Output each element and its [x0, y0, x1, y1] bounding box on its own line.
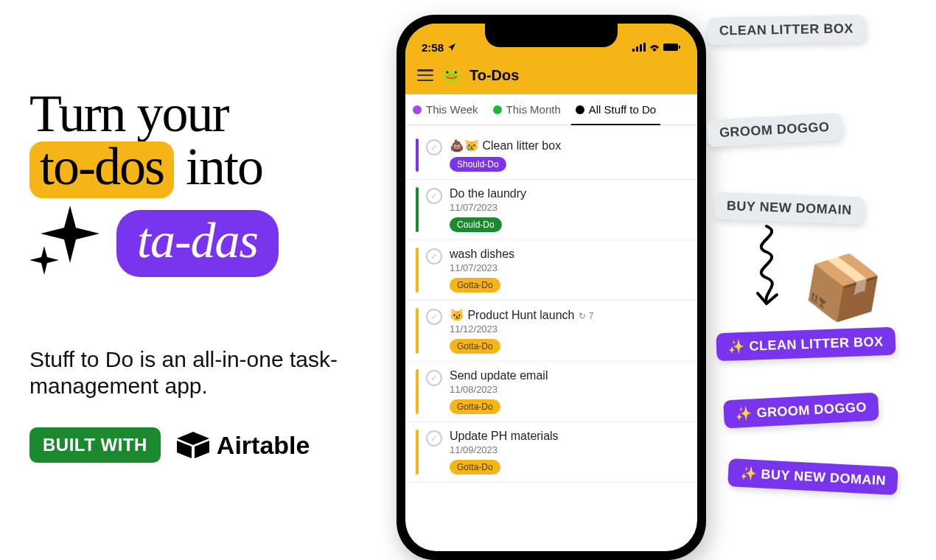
package-icon: 📦 — [797, 244, 888, 331]
tab-this-week[interactable]: This Week — [405, 94, 486, 125]
svg-rect-8 — [679, 46, 680, 49]
task-body: 💩😿 Clean litter boxShould-Do — [450, 139, 687, 172]
phone-screen: 2:58 — [405, 24, 697, 551]
task-body: 😼 Product Hunt launch↻ 711/12/2023Gotta-… — [450, 308, 687, 354]
task-row[interactable]: 😼 Product Hunt launch↻ 711/12/2023Gotta-… — [405, 301, 697, 362]
task-checkbox[interactable] — [426, 309, 442, 325]
squiggle-arrow-icon — [744, 223, 789, 318]
signal-icon — [632, 41, 646, 54]
headline-todos-highlight: to-dos — [29, 141, 174, 197]
floating-pill: ✨BUY NEW DOMAIN — [727, 458, 898, 495]
task-date: 11/07/2023 — [450, 202, 687, 213]
sparkle-icon: ✨ — [740, 465, 758, 482]
headline-line2: to-dos into — [29, 141, 398, 197]
task-row[interactable]: 💩😿 Clean litter boxShould-Do — [405, 131, 697, 180]
tab-dot-icon — [493, 105, 502, 114]
task-priority-bar — [416, 308, 419, 354]
floating-pill-label: BUY NEW DOMAIN — [727, 198, 852, 218]
floating-pill: CLEAN LITTER BOX — [708, 15, 866, 45]
task-priority-bar — [416, 369, 419, 414]
tab-dot-icon — [576, 105, 584, 114]
sparkle-icon — [29, 206, 111, 282]
floating-pill-label: GROOM DOGGO — [756, 399, 867, 421]
task-row[interactable]: Do the laundry11/07/2023Could-Do — [405, 180, 697, 240]
task-priority-bar — [416, 248, 419, 293]
headline-tadas-highlight: ta-das — [116, 210, 279, 277]
task-list: 💩😿 Clean litter boxShould-DoDo the laund… — [405, 125, 697, 483]
wifi-icon — [649, 41, 660, 54]
tab-label: This Month — [506, 103, 561, 116]
task-body: Update PH materials11/09/2023Gotta-Do — [450, 430, 687, 475]
task-tag: Gotta-Do — [450, 399, 500, 414]
sparkle-icon: ✨ — [728, 338, 745, 355]
task-checkbox[interactable] — [426, 370, 442, 386]
task-date: 11/07/2023 — [450, 262, 687, 273]
svg-rect-6 — [643, 43, 646, 52]
headline-line3: ta-das — [29, 206, 398, 282]
tab-label: This Week — [426, 103, 478, 116]
tab-label: All Stuff to Do — [589, 103, 656, 116]
floating-pill-label: CLEAN LITTER BOX — [749, 334, 884, 354]
subheading: Stuff to Do is an all-in-one task-manage… — [29, 346, 369, 399]
task-checkbox[interactable] — [426, 430, 442, 447]
task-title: Update PH materials — [450, 430, 687, 443]
built-with-row: BUILT WITH Airtable — [29, 427, 310, 463]
task-title: Do the laundry — [450, 187, 687, 200]
phone-mockup: 2:58 — [397, 15, 706, 560]
built-with-badge: BUILT WITH — [29, 427, 161, 463]
floating-pill: GROOM DOGGO — [707, 113, 842, 147]
tabs-row: This WeekThis MonthAll Stuff to Do — [405, 94, 697, 125]
phone-notch — [485, 24, 618, 47]
task-checkbox[interactable] — [426, 139, 442, 155]
task-row[interactable]: wash dishes11/07/2023Gotta-Do — [405, 240, 697, 301]
task-priority-bar — [416, 187, 419, 232]
svg-rect-4 — [636, 46, 638, 52]
svg-rect-7 — [663, 43, 678, 51]
svg-rect-5 — [640, 44, 642, 52]
airtable-brand: Airtable — [177, 431, 310, 460]
floating-pill: ✨GROOM DOGGO — [723, 393, 879, 429]
headline-line1: Turn your — [29, 88, 398, 139]
task-row[interactable]: Update PH materials11/09/2023Gotta-Do — [405, 422, 697, 483]
task-date: 11/08/2023 — [450, 384, 687, 395]
floating-pill: ✨CLEAN LITTER BOX — [716, 327, 895, 361]
airtable-label: Airtable — [217, 431, 310, 460]
tab-all-stuff-to-do[interactable]: All Stuff to Do — [568, 94, 663, 125]
floating-pill: BUY NEW DOMAIN — [714, 192, 864, 224]
task-priority-bar — [416, 430, 419, 475]
task-checkbox[interactable] — [426, 248, 442, 265]
task-tag: Could-Do — [450, 217, 502, 232]
task-tag: Gotta-Do — [450, 339, 500, 354]
task-tag: Gotta-Do — [450, 460, 500, 475]
tab-dot-icon — [413, 105, 422, 114]
headline: Turn your to-dos into ta-das — [29, 88, 398, 282]
floating-pill-label: CLEAN LITTER BOX — [719, 21, 853, 38]
sparkle-icon: ✨ — [736, 405, 753, 421]
app-emoji-icon: 🐸 — [442, 66, 461, 84]
task-priority-bar — [416, 139, 419, 172]
status-time: 2:58 — [422, 41, 444, 54]
floating-pill-label: BUY NEW DOMAIN — [761, 466, 887, 489]
task-tag: Should-Do — [450, 157, 506, 172]
task-body: Do the laundry11/07/2023Could-Do — [450, 187, 687, 232]
location-arrow-icon — [447, 41, 456, 54]
task-tag: Gotta-Do — [450, 278, 500, 293]
tab-this-month[interactable]: This Month — [486, 94, 568, 125]
task-date: 11/09/2023 — [450, 444, 687, 455]
svg-rect-3 — [632, 49, 635, 52]
task-row[interactable]: Send update email11/08/2023Gotta-Do — [405, 362, 697, 422]
task-title: wash dishes — [450, 248, 687, 261]
task-checkbox[interactable] — [426, 188, 442, 204]
battery-icon — [663, 41, 681, 54]
task-title: 😼 Product Hunt launch↻ 7 — [450, 308, 687, 322]
headline-into: into — [186, 137, 262, 196]
task-title: Send update email — [450, 369, 687, 382]
task-title: 💩😿 Clean litter box — [450, 139, 687, 153]
floating-pill-label: GROOM DOGGO — [719, 119, 830, 141]
app-title: To-Dos — [469, 67, 519, 84]
task-date: 11/12/2023 — [450, 323, 687, 335]
menu-icon[interactable] — [417, 69, 433, 81]
task-body: Send update email11/08/2023Gotta-Do — [450, 369, 687, 414]
app-header: 🐸 To-Dos — [405, 60, 697, 94]
task-body: wash dishes11/07/2023Gotta-Do — [450, 248, 687, 293]
